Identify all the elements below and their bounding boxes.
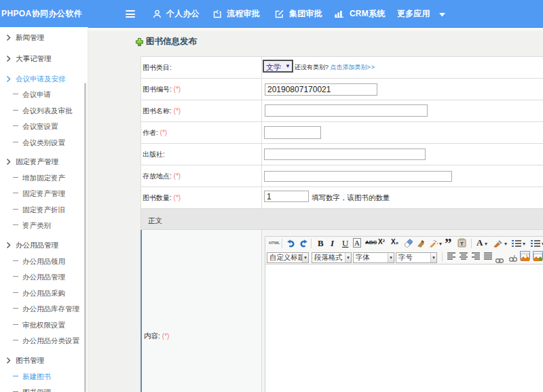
svg-text:T: T xyxy=(460,241,464,247)
